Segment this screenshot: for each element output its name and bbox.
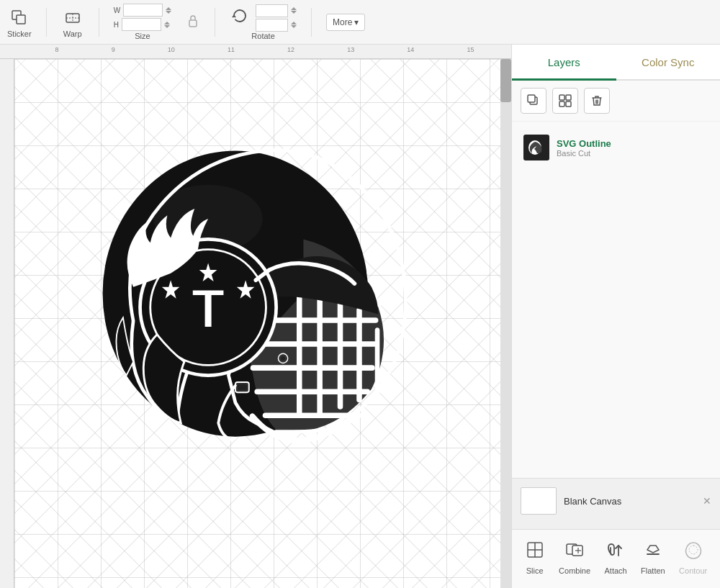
panel-tabs: Layers Color Sync xyxy=(512,45,720,81)
panel-actions: Slice Combine xyxy=(512,529,720,588)
ruler-top xyxy=(0,45,511,59)
svg-text:T: T xyxy=(192,279,225,339)
lock-icon[interactable] xyxy=(186,12,200,32)
combine-icon xyxy=(564,540,585,564)
svg-rect-17 xyxy=(263,413,361,419)
main-area: T 8 xyxy=(0,45,720,588)
panel-toolbar xyxy=(512,81,720,122)
rotate-up[interactable] xyxy=(291,7,297,10)
flatten-icon xyxy=(643,540,663,564)
rotate-group: Rotate xyxy=(230,4,297,40)
attach-button[interactable]: Attach xyxy=(599,537,633,578)
toolbar: Sticker Warp W H xyxy=(0,0,720,45)
size-w-down[interactable] xyxy=(166,11,171,14)
contour-label: Contour xyxy=(679,566,707,575)
size-h-up[interactable] xyxy=(164,22,170,24)
more-label: More xyxy=(333,17,352,27)
sticker-label: Sticker xyxy=(7,30,32,38)
panel-bottom: Blank Canvas ✕ xyxy=(512,478,720,529)
close-canvas-button[interactable]: ✕ xyxy=(703,495,711,507)
rotate-input[interactable] xyxy=(256,4,288,17)
more-button[interactable]: More ▾ xyxy=(326,14,365,31)
svg-rect-8 xyxy=(297,294,302,416)
flatten-label: Flatten xyxy=(641,566,665,575)
combine-button[interactable]: Combine xyxy=(553,537,596,578)
delete-button[interactable] xyxy=(584,88,610,114)
rotate-down[interactable] xyxy=(291,11,297,14)
rotate-input2[interactable] xyxy=(256,19,288,32)
duplicate-button[interactable] xyxy=(521,88,546,114)
svg-rect-33 xyxy=(566,95,571,100)
ruler-marks xyxy=(0,45,511,58)
size-inputs: W H xyxy=(114,4,171,31)
slice-button[interactable]: Slice xyxy=(519,537,551,578)
rotate-inputs xyxy=(256,4,297,32)
tab-layers[interactable]: Layers xyxy=(512,45,616,81)
size-h-label: H xyxy=(114,21,119,29)
attach-label: Attach xyxy=(605,566,627,575)
svg-rect-21 xyxy=(238,384,247,391)
svg-rect-15 xyxy=(251,365,375,371)
blank-canvas-row: Blank Canvas ✕ xyxy=(521,487,711,515)
contour-icon xyxy=(683,540,703,564)
layer-name: SVG Outline xyxy=(557,138,611,149)
ruler-left xyxy=(0,59,14,588)
blank-canvas-label: Blank Canvas xyxy=(564,496,621,507)
group-icon xyxy=(558,94,572,108)
svg-rect-16 xyxy=(254,389,370,394)
size-h-down[interactable] xyxy=(164,25,170,28)
blank-canvas-thumbnail xyxy=(521,487,557,515)
svg-rect-34 xyxy=(559,101,564,107)
delete-icon xyxy=(590,94,604,108)
rotate-label: Rotate xyxy=(251,32,274,40)
layer-type: Basic Cut xyxy=(557,149,611,158)
svg-rect-35 xyxy=(566,101,571,107)
warp-label: Warp xyxy=(63,30,82,38)
divider1 xyxy=(46,8,47,37)
grid-canvas[interactable]: T xyxy=(14,59,500,588)
sticker-tool[interactable]: Sticker xyxy=(7,6,32,38)
divider4 xyxy=(311,8,312,37)
sticker-icon xyxy=(8,6,31,30)
svg-rect-9 xyxy=(317,287,323,417)
warp-icon xyxy=(61,6,84,30)
tab-color-sync[interactable]: Color Sync xyxy=(616,45,721,81)
rotate2-up[interactable] xyxy=(291,22,297,24)
size-w-input[interactable] xyxy=(123,4,163,17)
svg-rect-31 xyxy=(528,95,535,102)
attach-icon xyxy=(606,540,626,564)
flatten-button[interactable]: Flatten xyxy=(635,537,671,578)
size-w-row: W xyxy=(114,4,171,17)
more-arrow: ▾ xyxy=(354,17,359,27)
svg-rect-32 xyxy=(559,95,564,100)
slice-icon xyxy=(525,540,545,564)
scrollbar-vertical[interactable] xyxy=(500,59,511,588)
layer-info: SVG Outline Basic Cut xyxy=(557,138,611,158)
duplicate-icon xyxy=(526,94,541,108)
helmet-image: T xyxy=(72,117,446,498)
size-h-row: H xyxy=(114,18,171,31)
svg-point-29 xyxy=(281,356,285,361)
size-label: Size xyxy=(135,32,150,40)
size-h-input[interactable] xyxy=(122,18,161,31)
divider3 xyxy=(215,8,215,37)
rotate-icon[interactable] xyxy=(230,6,250,30)
combine-label: Combine xyxy=(559,566,590,575)
size-w-label: W xyxy=(114,6,120,14)
warp-tool[interactable]: Warp xyxy=(61,6,84,38)
svg-rect-1 xyxy=(17,15,25,24)
size-group: W H Size xyxy=(114,4,171,40)
layer-item-svg[interactable]: SVG Outline Basic Cut xyxy=(519,129,713,166)
slice-label: Slice xyxy=(526,566,544,575)
divider2 xyxy=(99,8,99,37)
scrollbar-thumb[interactable] xyxy=(500,59,511,102)
size-w-up[interactable] xyxy=(166,7,171,10)
layers-list: SVG Outline Basic Cut xyxy=(512,122,720,478)
contour-button[interactable]: Contour xyxy=(673,537,713,578)
rotate2-down[interactable] xyxy=(291,25,297,28)
right-panel: Layers Color Sync xyxy=(511,45,720,588)
layer-thumbnail xyxy=(523,135,549,160)
group-button[interactable] xyxy=(552,88,578,114)
canvas-area[interactable]: T 8 xyxy=(0,45,511,588)
helmet-thumb-icon xyxy=(526,137,546,158)
